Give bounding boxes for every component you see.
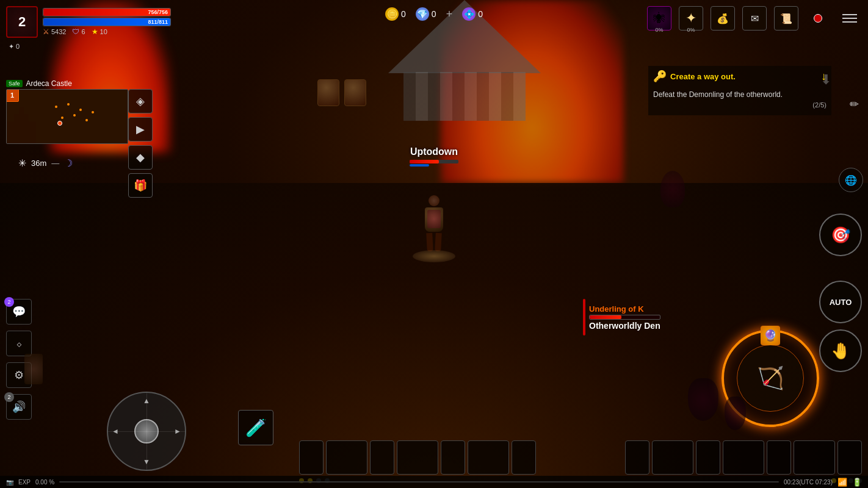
quest-panel: 🔑 Create a way out. ↓ Defeat the Demonli… [648, 66, 831, 115]
quest-icon: 🔑 [653, 70, 667, 83]
minimap-container[interactable]: Safe Ardeca Castle 1 ◈ ▶ ◆ 🎁 [6, 79, 146, 146]
action-slot-1[interactable] [299, 440, 324, 475]
chat-icon[interactable]: 💬 2 [6, 299, 32, 325]
gold-currency: 🪙 0 [385, 7, 406, 21]
buff2-icon[interactable]: ✦ 0% [678, 5, 704, 32]
world-map-icon[interactable]: 🌐 [839, 168, 863, 192]
skill-ring-inner[interactable]: 🏹 [737, 345, 804, 412]
shield-icon: 🛡 [72, 27, 79, 36]
compass-icon[interactable]: ◈ [128, 89, 153, 113]
action-slot-6[interactable] [468, 440, 509, 475]
action-slot-r7[interactable] [837, 440, 862, 475]
sun-icon: ✳ [18, 157, 26, 169]
mp-text: 811 / 811 [148, 18, 168, 26]
exp-bar [59, 481, 779, 483]
action-slots-left [299, 440, 536, 475]
minimap-badge: 1 [6, 89, 19, 102]
player-mp-fill-small [410, 164, 429, 167]
buff1-icon[interactable]: 🕷 0% [646, 5, 673, 32]
minimap-dot [67, 103, 70, 106]
quest-arrow[interactable]: ↓ [821, 70, 826, 83]
bag-icon[interactable]: 💰 [709, 5, 736, 32]
mail-icon[interactable]: ✉ [741, 5, 768, 32]
time-display: 36m [31, 159, 46, 168]
add-currency-button[interactable]: + [446, 8, 453, 21]
hamburger-lines [842, 14, 857, 23]
hand-icon: 🤚 [831, 342, 850, 361]
enemy-hp-bar [589, 315, 660, 320]
action-slot-r3[interactable] [696, 440, 720, 475]
action-slot-r6[interactable] [794, 440, 835, 475]
target-icon: 🎯 [831, 226, 850, 245]
quest-description: Defeat the Demonling of the otherworld. [653, 90, 783, 99]
mp-bar: 811 / 811 [43, 18, 171, 26]
skill-ring-top-icon[interactable]: 🔮 [761, 326, 780, 345]
sword-icon: ⚔ [43, 27, 49, 36]
right-mini-icons: 🌐 [839, 168, 863, 192]
speaker-badge: 2 [4, 392, 14, 402]
chat-badge: 2 [4, 297, 14, 307]
background-enemies-top [660, 171, 685, 207]
enemy-hp-fill [590, 315, 621, 319]
background-enemies-bottom [688, 378, 746, 430]
action-slot-7[interactable] [512, 440, 536, 475]
joystick-down-arrow: ▼ [143, 458, 150, 466]
action-slot-2[interactable] [326, 440, 367, 475]
battery-icon: 🔋 [852, 478, 862, 487]
exp-value: 0.00 % [35, 479, 54, 486]
action-slot-r1[interactable] [625, 440, 649, 475]
action-slot-3[interactable] [370, 440, 394, 475]
exp-label: EXP [18, 479, 31, 486]
video-icon[interactable]: ▶ [128, 117, 153, 142]
gift-icon[interactable]: 🎁 [128, 173, 153, 198]
bars-section: 756 / 756 811 / 811 ⚔ 5432 🛡 [43, 8, 171, 36]
dash: — [51, 159, 59, 168]
minimap-dot [79, 109, 82, 111]
buff1-percent: 0% [655, 27, 663, 33]
target-button[interactable]: 🎯 [819, 214, 862, 256]
safe-badge: Safe [6, 80, 23, 87]
left-character-effect [18, 354, 49, 390]
action-slot-r5[interactable] [767, 440, 791, 475]
quest-progress: (2/5) [653, 100, 826, 110]
menu-icon[interactable] [836, 5, 863, 32]
player-name-label: Uptodown [410, 146, 458, 163]
screenshot-icon[interactable]: 📷 [6, 479, 13, 486]
action-slot-5[interactable] [441, 440, 465, 475]
topright-icons: 🕷 0% ✦ 0% 💰 ✉ 📜 [646, 5, 863, 32]
enemy-name-main: Otherworldly Den [589, 321, 660, 331]
barrels [317, 79, 366, 106]
sub-level-row: ✦ 0 [6, 40, 171, 50]
scroll-icon[interactable]: 📜 [773, 5, 800, 32]
buff2-percent: 0% [687, 27, 695, 33]
joystick-left-arrow: ◄ [112, 427, 119, 436]
minimap-title: Ardeca Castle [26, 79, 72, 88]
star-icon: ★ [92, 27, 98, 36]
joystick-right-arrow: ► [174, 427, 181, 436]
level-badge: 2 [6, 6, 38, 38]
edit-icon[interactable]: ✏ [850, 98, 859, 111]
stats-row: ⚔ 5432 🛡 6 ★ 10 [43, 27, 171, 36]
marker-icon[interactable]: ◆ [128, 145, 153, 170]
auto-button[interactable]: AUTO [819, 281, 862, 323]
avatar-icon [805, 5, 831, 32]
action-slots-right [625, 440, 862, 475]
action-slot-r4[interactable] [723, 440, 764, 475]
player-hp-fill [410, 160, 439, 163]
wifi-icon: 📶 [837, 478, 847, 487]
action-slot-r2[interactable] [652, 440, 693, 475]
gem-icon: 💎 [416, 7, 429, 21]
hand-button[interactable]: 🤚 [819, 329, 862, 372]
moon-icon: ☽ [64, 157, 73, 169]
hp-text: 756 / 756 [148, 9, 168, 16]
time-row: ✳ 36m — ☽ [18, 157, 73, 169]
status-bar: 📷 EXP 0.00 % 00:23(UTC 07:23) 📶 🔋 [0, 476, 868, 488]
compass-side-icon[interactable]: ⬦ [6, 331, 32, 356]
virtual-joystick[interactable]: ▲ ▼ ◄ ► [107, 392, 186, 471]
potion-slot[interactable]: 🧪 [238, 410, 273, 445]
player-hp-bar [410, 160, 458, 163]
speaker-icon[interactable]: 🔊 2 [6, 394, 32, 420]
action-slot-4[interactable] [397, 440, 438, 475]
minimap[interactable]: 1 [6, 89, 128, 144]
minimap-dot [92, 111, 94, 113]
